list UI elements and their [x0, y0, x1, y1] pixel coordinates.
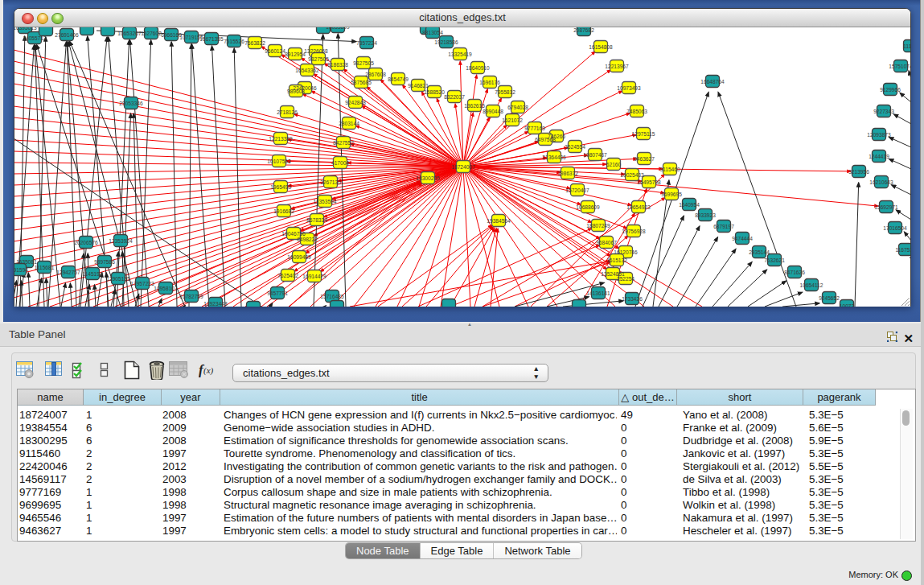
svg-text:1244419: 1244419 [869, 154, 889, 159]
svg-text:3624554: 3624554 [565, 144, 585, 150]
svg-text:8186328: 8186328 [327, 62, 348, 68]
svg-text:9827505: 9827505 [353, 60, 374, 66]
svg-text:9146821: 9146821 [408, 83, 429, 89]
svg-text:10072: 10072 [840, 303, 855, 307]
svg-text:8322037: 8322037 [444, 94, 465, 100]
svg-text:17957223: 17957223 [130, 281, 154, 286]
svg-text:13226058: 13226058 [304, 48, 328, 54]
svg-text:14136141: 14136141 [586, 290, 610, 296]
svg-text:12942757: 12942757 [56, 270, 80, 275]
svg-text:2087682: 2087682 [573, 27, 594, 33]
svg-text:2718126: 2718126 [277, 109, 298, 115]
svg-text:19218586: 19218586 [434, 39, 458, 45]
svg-text:2867608: 2867608 [365, 72, 386, 77]
svg-text:8933923: 8933923 [695, 212, 716, 218]
svg-text:9457791: 9457791 [267, 290, 288, 296]
svg-text:19756928: 19756928 [622, 229, 646, 234]
svg-text:417004: 417004 [331, 160, 349, 166]
svg-text:12923448: 12923448 [203, 301, 228, 307]
svg-text:1635081: 1635081 [16, 259, 37, 265]
svg-text:7632621: 7632621 [764, 257, 785, 263]
svg-text:1621072: 1621072 [502, 117, 523, 123]
svg-text:1588520: 1588520 [424, 89, 445, 95]
svg-text:8471626: 8471626 [784, 270, 805, 275]
svg-text:12213389: 12213389 [269, 136, 293, 142]
svg-text:9463627: 9463627 [634, 156, 655, 162]
svg-text:5875685: 5875685 [351, 80, 372, 85]
svg-text:6966160: 6966160 [161, 32, 182, 38]
svg-text:1615132: 1615132 [606, 257, 627, 263]
svg-text:10688609: 10688609 [576, 204, 600, 210]
svg-text:10958107: 10958107 [154, 286, 178, 291]
svg-text:16495798: 16495798 [637, 179, 661, 185]
svg-text:15720407: 15720407 [565, 187, 589, 193]
svg-text:16120746: 16120746 [614, 249, 638, 255]
svg-text:252254: 252254 [617, 276, 634, 282]
svg-text:1733426: 1733426 [622, 296, 643, 302]
svg-text:7986372: 7986372 [557, 171, 578, 176]
svg-text:7955812: 7955812 [495, 89, 515, 95]
svg-text:12213967: 12213967 [605, 64, 629, 69]
svg-text:9684067: 9684067 [596, 240, 617, 245]
svg-text:2935144: 2935144 [749, 249, 770, 255]
svg-text:17016504: 17016504 [883, 225, 907, 231]
svg-text:9827505: 9827505 [308, 56, 329, 62]
svg-text:8912954: 8912954 [285, 51, 306, 57]
svg-text:8990448: 8990448 [483, 109, 503, 114]
svg-text:9245652: 9245652 [819, 295, 840, 301]
svg-text:9777169: 9777169 [524, 126, 545, 131]
svg-text:10973493: 10973493 [617, 85, 641, 91]
svg-text:21364436: 21364436 [542, 154, 566, 160]
svg-text:7625402: 7625402 [277, 273, 298, 278]
svg-text:16782759: 16782759 [179, 294, 203, 299]
svg-text:9129966: 9129966 [880, 87, 901, 93]
svg-text:11353594: 11353594 [314, 199, 337, 204]
svg-text:12975115: 12975115 [632, 131, 655, 137]
svg-text:10107553: 10107553 [267, 159, 291, 164]
svg-text:16671355: 16671355 [199, 36, 224, 42]
svg-text:17353924: 17353924 [109, 238, 133, 244]
svg-text:391594: 391594 [14, 267, 28, 273]
svg-text:3213956: 3213956 [848, 169, 869, 175]
svg-text:6497568: 6497568 [535, 137, 556, 142]
svg-text:13325419: 13325419 [448, 51, 472, 57]
svg-text:9242848: 9242848 [345, 100, 366, 105]
svg-text:9699695: 9699695 [661, 192, 682, 197]
svg-text:62160: 62160 [606, 162, 622, 167]
svg-text:1916682: 1916682 [273, 208, 294, 214]
svg-text:15751074: 15751074 [889, 64, 910, 69]
svg-text:6794028: 6794028 [507, 105, 528, 110]
svg-text:989608: 989608 [287, 89, 305, 94]
svg-text:10046756: 10046756 [281, 231, 306, 237]
svg-text:15692971: 15692971 [874, 204, 898, 210]
svg-text:1167533: 1167533 [895, 247, 910, 253]
svg-text:9227343: 9227343 [873, 109, 894, 114]
svg-text:10025433: 10025433 [620, 172, 644, 178]
svg-text:16154808: 16154808 [589, 44, 613, 50]
svg-text:9474444: 9474444 [732, 236, 753, 241]
svg-text:10807487: 10807487 [583, 152, 607, 158]
svg-text:1527602: 1527602 [141, 31, 162, 36]
svg-text:16914479: 16914479 [302, 274, 326, 279]
svg-text:16210643: 16210643 [869, 179, 893, 185]
svg-text:16099489: 16099489 [287, 254, 311, 260]
svg-text:8454749: 8454749 [388, 76, 409, 82]
svg-text:18807249: 18807249 [586, 223, 610, 229]
svg-text:16648764: 16648764 [700, 79, 725, 84]
svg-text:7357224: 7357224 [356, 40, 377, 46]
svg-text:19654923: 19654923 [626, 204, 651, 210]
svg-text:8678334: 8678334 [306, 217, 327, 223]
svg-text:8427552: 8427552 [333, 140, 354, 146]
svg-text:7485063: 7485063 [626, 109, 647, 114]
svg-text:15716485: 15716485 [320, 294, 344, 299]
svg-text:1696176: 1696176 [479, 80, 500, 85]
svg-text:10654112: 10654112 [800, 282, 823, 288]
svg-text:14055712: 14055712 [23, 35, 47, 41]
svg-text:20206576: 20206576 [74, 240, 98, 245]
svg-text:29053346: 29053346 [119, 101, 143, 106]
svg-text:7663822: 7663822 [244, 40, 265, 46]
svg-text:3267130: 3267130 [320, 179, 341, 185]
svg-text:6879197: 6879197 [713, 224, 734, 229]
svg-text:1965493: 1965493 [270, 184, 291, 190]
svg-text:8813054: 8813054 [422, 30, 443, 35]
